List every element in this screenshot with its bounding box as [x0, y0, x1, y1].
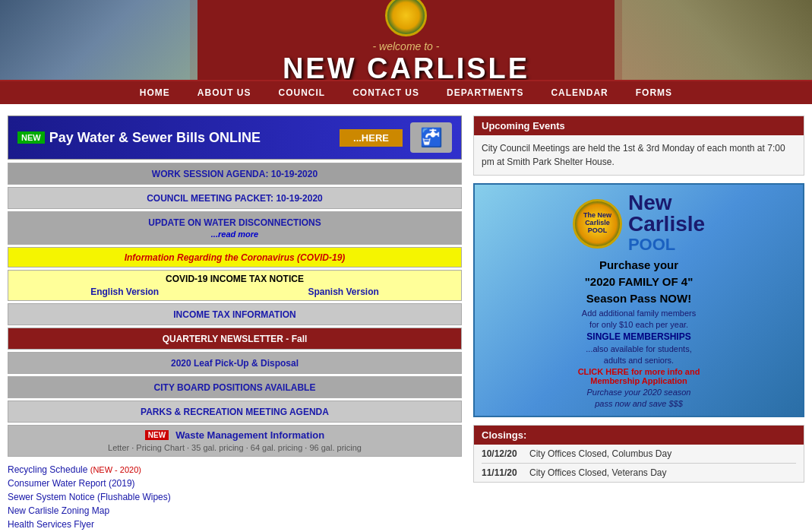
content-row-leaf: 2020 Leaf Pick-Up & Disposal	[8, 352, 462, 374]
upcoming-events-text: City Council Meetings are held the 1st &…	[482, 143, 785, 167]
closing-date-columbus: 10/12/20	[482, 448, 523, 459]
recycling-schedule-link[interactable]: Recycling Schedule (NEW - 2020)	[8, 464, 462, 475]
closings-box: Closings: 10/12/20 City Offices Closed, …	[473, 425, 804, 483]
pool-membership-link[interactable]: Membership Application	[482, 376, 795, 385]
sewer-notice-link[interactable]: Sewer System Notice (Flushable Wipes)	[8, 492, 462, 502]
waste-96gal-link[interactable]: 96 gal. pricing	[309, 443, 362, 452]
pool-single: SINGLE MEMBERSHIPS	[482, 331, 795, 342]
covid-tax-title: COVID-19 INCOME TAX NOTICE	[16, 274, 453, 284]
header-subtitle: - welcome to -	[283, 40, 529, 52]
newsletter-link[interactable]: QUARTERLY NEWSLETTER - Fall	[163, 334, 308, 344]
pool-logo: The NewCarlislePOOL	[573, 199, 622, 249]
closing-item-columbus: 10/12/20 City Offices Closed, Columbus D…	[474, 445, 804, 463]
covid-text: Information Regarding the Coronavirus (C…	[125, 252, 346, 263]
nav-departments[interactable]: DEPARTMENTS	[433, 81, 537, 104]
upcoming-events-box: Upcoming Events City Council Meetings ar…	[473, 116, 804, 176]
content-row-newsletter: QUARTERLY NEWSLETTER - Fall	[8, 328, 462, 350]
pool-title-new: New	[628, 192, 705, 214]
nav-contact[interactable]: CONTACT US	[339, 81, 433, 104]
content-row-council-packet: COUNCIL MEETING PACKET: 10-19-2020	[8, 187, 462, 209]
content-row-income-tax: INCOME TAX INFORMATION	[8, 303, 462, 325]
faucet-icon: 🚰	[410, 122, 452, 153]
zoning-map-link[interactable]: New Carlisle Zoning Map	[8, 505, 462, 516]
nav-forms[interactable]: FORMS	[622, 81, 686, 104]
covid-tax-row: COVID-19 INCOME TAX NOTICE English Versi…	[8, 270, 462, 301]
nav-home[interactable]: HOME	[126, 81, 184, 104]
waste-management-link[interactable]: Waste Management Information	[175, 429, 324, 441]
pool-save2: pass now and save $$$	[482, 399, 795, 408]
main-nav: HOME ABOUT US COUNCIL CONTACT US DEPARTM…	[0, 80, 812, 104]
waste-management-row: NEW Waste Management Information Letter …	[8, 425, 462, 457]
city-board-link[interactable]: CITY BOARD POSITIONS AVAILABLE	[154, 382, 316, 393]
pool-click-here-link[interactable]: CLICK HERE for more info and	[482, 367, 795, 376]
upcoming-events-header: Upcoming Events	[474, 116, 804, 135]
right-column: Upcoming Events City Council Meetings ar…	[462, 116, 804, 532]
work-session-link[interactable]: WORK SESSION AGENDA: 10-19-2020	[152, 169, 318, 179]
new-badge: NEW	[17, 131, 45, 144]
pool-single3: adults and seniors.	[482, 356, 795, 365]
pool-save: Purchase your 2020 season	[482, 388, 795, 397]
pool-body2: for only $10 each per year.	[482, 320, 795, 329]
waste-new-badge: NEW	[145, 430, 169, 440]
quick-links-list: Recycling Schedule (NEW - 2020) Consumer…	[8, 464, 462, 532]
covid-tax-links: English Version Spanish Version	[16, 287, 453, 297]
site-logo	[385, 0, 427, 36]
waste-sub-links: Letter · Pricing Chart · 35 gal. pricing…	[16, 443, 453, 452]
income-tax-link[interactable]: INCOME TAX INFORMATION	[173, 309, 296, 320]
covid-row: Information Regarding the Coronavirus (C…	[8, 247, 462, 268]
consumer-water-link[interactable]: Consumer Water Report (2019)	[8, 478, 462, 489]
pool-body1: Add additional family members	[482, 309, 795, 318]
pool-cta2: "2020 FAMILY OF 4"	[482, 275, 795, 288]
pay-water-banner: NEW Pay Water & Sewer Bills ONLINE ...HE…	[8, 116, 462, 160]
closings-header: Closings:	[474, 426, 804, 445]
waste-64gal-link[interactable]: 64 gal. pricing	[251, 443, 303, 452]
closing-text-columbus: City Offices Closed, Columbus Day	[529, 448, 671, 459]
closing-item-veterans: 11/11/20 City Offices Closed, Veterans D…	[474, 464, 804, 482]
header-title: NEW CARLISLE	[283, 52, 529, 80]
pool-cta3: Season Pass NOW!	[482, 292, 795, 305]
read-more-link[interactable]: ...read more	[211, 230, 258, 239]
pool-ad: The NewCarlislePOOL New Carlisle POOL Pu…	[473, 183, 804, 417]
content-row-work-session: WORK SESSION AGENDA: 10-19-2020	[8, 163, 462, 185]
site-header: - welcome to - NEW CARLISLE	[0, 0, 812, 80]
content-row-parks: PARKS & RECREATION MEETING AGENDA	[8, 401, 462, 423]
left-column: NEW Pay Water & Sewer Bills ONLINE ...HE…	[8, 116, 462, 532]
waste-letter-link[interactable]: Letter	[108, 443, 129, 452]
main-container: NEW Pay Water & Sewer Bills ONLINE ...HE…	[0, 104, 812, 532]
nav-about[interactable]: ABOUT US	[184, 81, 265, 104]
pool-title-carlisle: Carlisle	[628, 214, 705, 235]
recycling-new-tag: (NEW - 2020)	[90, 465, 141, 474]
leaf-pickup-link[interactable]: 2020 Leaf Pick-Up & Disposal	[171, 358, 299, 369]
council-packet-link[interactable]: COUNCIL MEETING PACKET: 10-19-2020	[147, 193, 323, 204]
pool-title-pool: POOL	[628, 235, 705, 255]
content-row-water-disconnect: UPDATE ON WATER DISCONNECTIONS ...read m…	[8, 211, 462, 245]
waste-pricing-chart-link[interactable]: Pricing Chart	[136, 443, 185, 452]
health-services-link[interactable]: Health Services Flyer	[8, 519, 462, 530]
waste-35gal-link[interactable]: 35 gal. pricing	[191, 443, 244, 452]
closing-date-veterans: 11/11/20	[482, 467, 523, 478]
upcoming-events-body: City Council Meetings are held the 1st &…	[474, 135, 804, 175]
water-disconnect-link[interactable]: UPDATE ON WATER DISCONNECTIONS	[148, 217, 321, 228]
spanish-version-link[interactable]: Spanish Version	[308, 287, 378, 297]
nav-council[interactable]: COUNCIL	[265, 81, 340, 104]
here-button[interactable]: ...HERE	[340, 129, 403, 147]
nav-calendar[interactable]: CALENDAR	[537, 81, 621, 104]
closing-text-veterans: City Offices Closed, Veterans Day	[529, 467, 667, 478]
pay-water-text: Pay Water & Sewer Bills ONLINE	[49, 130, 332, 146]
english-version-link[interactable]: English Version	[90, 287, 159, 297]
parks-meeting-link[interactable]: PARKS & RECREATION MEETING AGENDA	[141, 407, 329, 417]
pool-single2: ...also available for students,	[482, 344, 795, 353]
pool-cta: Purchase your	[482, 258, 795, 271]
content-row-board: CITY BOARD POSITIONS AVAILABLE	[8, 376, 462, 398]
